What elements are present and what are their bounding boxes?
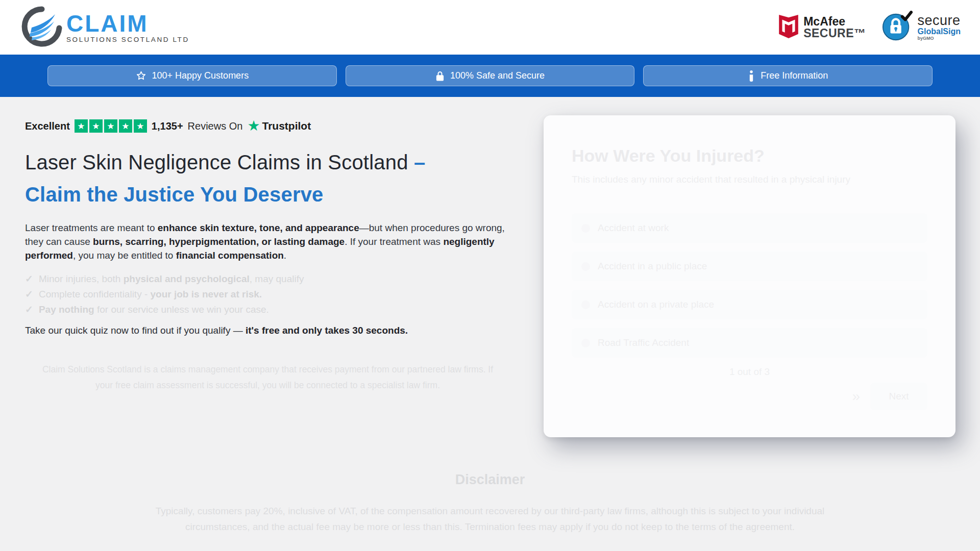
star-icon xyxy=(136,70,146,81)
check-icon: ✓ xyxy=(25,271,33,287)
mcafee-secure-badge: McAfee SECURE™ xyxy=(778,15,866,40)
mcafee-badge-line1: McAfee xyxy=(803,16,866,28)
globalsign-by-label: byGMO xyxy=(918,36,961,41)
brand-logo[interactable]: CLAIM SOLUTIONS SCOTLAND LTD xyxy=(21,6,189,49)
trustpilot-logo-name: Trustpilot xyxy=(262,120,311,132)
check-icon: ✓ xyxy=(25,287,33,302)
quiz-option-label: Road Traffic Accident xyxy=(598,337,689,348)
disclaimer-title: Disclaimer xyxy=(0,472,980,488)
radio-icon xyxy=(581,339,590,347)
next-button[interactable]: Next xyxy=(870,383,927,410)
swoosh-logo-icon xyxy=(21,6,62,49)
brand-name: CLAIM xyxy=(66,12,189,35)
trustpilot-star-icon: ★ xyxy=(75,119,88,133)
checklist-item: ✓ Complete confidentiality - your job is… xyxy=(25,287,525,302)
quiz-question-subtitle: This includes any minor accident that re… xyxy=(572,174,927,185)
trustpilot-logo-star-icon: ★ xyxy=(247,119,260,133)
quiz-card-content: How Were You Injured? This includes any … xyxy=(544,115,955,437)
company-fineprint: Claim Solutions Scotland is a claims man… xyxy=(39,362,496,393)
trustpilot-star-icon: ★ xyxy=(104,119,117,133)
quiz-options: Accident at work Accident in a public pl… xyxy=(572,213,927,358)
brand-logo-text: CLAIM SOLUTIONS SCOTLAND LTD xyxy=(66,12,189,43)
benefits-checklist: ✓ Minor injuries, both physical and psyc… xyxy=(25,271,525,317)
quiz-card: How Were You Injured? This includes any … xyxy=(544,115,955,437)
trustpilot-logo: ★ Trustpilot xyxy=(247,119,311,133)
radio-icon xyxy=(581,262,590,271)
mcafee-shield-icon xyxy=(778,15,799,40)
site-header: CLAIM SOLUTIONS SCOTLAND LTD McAfee SECU… xyxy=(0,0,980,55)
hero-paragraph: Laser treatments are meant to enhance sk… xyxy=(25,221,516,262)
lock-icon xyxy=(435,71,445,81)
trustpilot-rating-row: Excellent ★ ★ ★ ★ ★ 1,135+ Reviews On ★ … xyxy=(25,118,525,134)
trust-pill-label: 100+ Happy Customers xyxy=(152,70,249,81)
trustpilot-star-icon: ★ xyxy=(134,119,147,133)
quiz-cta-line: Take our quick quiz now to find out if y… xyxy=(25,325,525,336)
trust-pill-label: Free Information xyxy=(761,70,828,81)
quiz-question-title: How Were You Injured? xyxy=(572,146,927,166)
page-title: Laser Skin Negligence Claims in Scotland… xyxy=(25,146,428,211)
globalsign-lock-icon xyxy=(881,11,913,44)
rating-excellent-label: Excellent xyxy=(25,120,70,132)
trust-pill-label: 100% Safe and Secure xyxy=(450,70,545,81)
quiz-option-private-place[interactable]: Accident on a private place xyxy=(572,290,927,319)
trust-pill-safe-secure[interactable]: 100% Safe and Secure xyxy=(346,65,635,86)
trust-pill-free-information[interactable]: Free Information xyxy=(643,65,933,86)
globalsign-secure-badge: secure GlobalSign byGMO xyxy=(881,11,961,44)
quiz-option-label: Accident at work xyxy=(598,222,669,234)
trustpilot-star-icon: ★ xyxy=(89,119,103,133)
quiz-option-accident-at-work[interactable]: Accident at work xyxy=(572,213,927,243)
trust-pill-happy-customers[interactable]: 100+ Happy Customers xyxy=(47,65,337,86)
radio-icon xyxy=(581,300,590,309)
rating-count: 1,135+ xyxy=(152,120,183,132)
security-badges: McAfee SECURE™ secure xyxy=(778,0,961,55)
info-icon xyxy=(748,70,755,82)
globalsign-brand-label: GlobalSign xyxy=(918,27,961,36)
disclaimer-text: Typically, customers pay 20%, inclusive … xyxy=(138,503,842,535)
page-title-dark: Laser Skin Negligence Claims in Scotland xyxy=(25,151,414,173)
trust-bar: 100+ Happy Customers 100% Safe and Secur… xyxy=(0,55,980,97)
radio-icon xyxy=(581,224,590,233)
check-icon: ✓ xyxy=(25,302,33,317)
mcafee-badge-line2: SECURE™ xyxy=(803,28,866,39)
globalsign-secure-label: secure xyxy=(918,14,961,27)
landing-page: CLAIM SOLUTIONS SCOTLAND LTD McAfee SECU… xyxy=(0,0,980,551)
checklist-item: ✓ Minor injuries, both physical and psyc… xyxy=(25,271,525,287)
quiz-option-road-traffic-accident[interactable]: Road Traffic Accident xyxy=(572,328,927,358)
rating-stars: ★ ★ ★ ★ ★ xyxy=(75,119,147,133)
rating-reviews-on-label: Reviews On xyxy=(188,120,243,132)
quiz-option-label: Accident in a public place xyxy=(598,261,707,272)
quiz-option-public-place[interactable]: Accident in a public place xyxy=(572,252,927,281)
trustpilot-star-icon: ★ xyxy=(119,119,132,133)
next-arrows-icon: » xyxy=(852,388,860,405)
brand-subtitle: SOLUTIONS SCOTLAND LTD xyxy=(66,36,189,43)
quiz-footer: » Next xyxy=(572,383,927,410)
quiz-option-label: Accident on a private place xyxy=(598,299,714,310)
hero-section: Excellent ★ ★ ★ ★ ★ 1,135+ Reviews On ★ … xyxy=(25,115,525,393)
quiz-progress: 1 out of 3 xyxy=(572,366,927,378)
disclaimer-section: Disclaimer Typically, customers pay 20%,… xyxy=(0,472,980,535)
checklist-item: ✓ Pay nothing for our service unless we … xyxy=(25,302,525,317)
